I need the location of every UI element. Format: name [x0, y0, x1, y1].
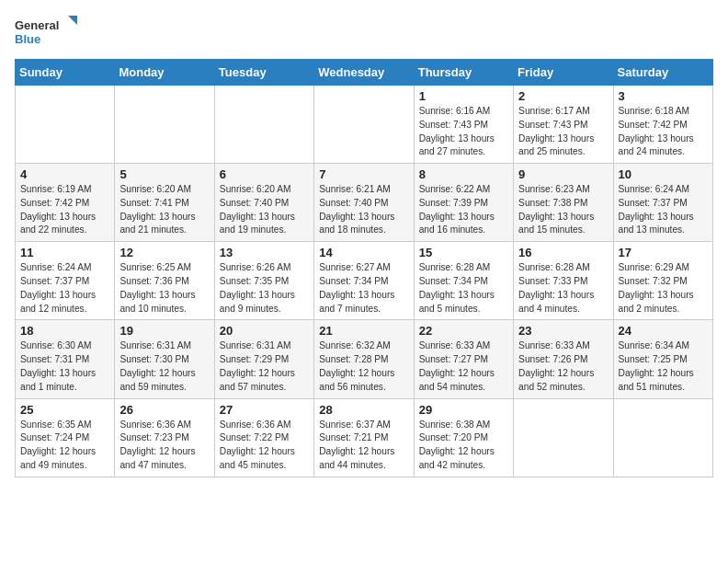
day-number: 29	[419, 403, 508, 417]
calendar-cell: 12Sunrise: 6:25 AM Sunset: 7:36 PM Dayli…	[115, 242, 214, 320]
calendar-cell	[16, 86, 115, 164]
calendar-cell: 22Sunrise: 6:33 AM Sunset: 7:27 PM Dayli…	[414, 320, 513, 398]
calendar-cell: 21Sunrise: 6:32 AM Sunset: 7:28 PM Dayli…	[314, 320, 414, 398]
calendar-cell: 6Sunrise: 6:20 AM Sunset: 7:40 PM Daylig…	[214, 164, 313, 242]
calendar-cell	[115, 86, 214, 164]
calendar-body: 1Sunrise: 6:16 AM Sunset: 7:43 PM Daylig…	[16, 86, 713, 477]
calendar-cell: 9Sunrise: 6:23 AM Sunset: 7:38 PM Daylig…	[514, 164, 613, 242]
calendar-cell: 29Sunrise: 6:38 AM Sunset: 7:20 PM Dayli…	[414, 398, 513, 477]
calendar-week-row: 4Sunrise: 6:19 AM Sunset: 7:42 PM Daylig…	[16, 164, 713, 242]
day-info: Sunrise: 6:35 AM Sunset: 7:24 PM Dayligh…	[20, 419, 109, 473]
calendar-cell: 19Sunrise: 6:31 AM Sunset: 7:30 PM Dayli…	[115, 320, 214, 398]
calendar-cell: 23Sunrise: 6:33 AM Sunset: 7:26 PM Dayli…	[514, 320, 613, 398]
day-info: Sunrise: 6:33 AM Sunset: 7:27 PM Dayligh…	[419, 339, 508, 394]
calendar-week-row: 1Sunrise: 6:16 AM Sunset: 7:43 PM Daylig…	[16, 86, 713, 164]
day-number: 18	[20, 324, 109, 338]
day-number: 21	[319, 324, 408, 338]
day-number: 11	[20, 246, 109, 259]
calendar-table: SundayMondayTuesdayWednesdayThursdayFrid…	[15, 59, 713, 477]
day-info: Sunrise: 6:24 AM Sunset: 7:37 PM Dayligh…	[619, 183, 708, 237]
day-info: Sunrise: 6:31 AM Sunset: 7:29 PM Dayligh…	[220, 339, 309, 394]
day-number: 26	[119, 403, 209, 417]
day-number: 2	[518, 89, 608, 103]
day-info: Sunrise: 6:29 AM Sunset: 7:32 PM Dayligh…	[619, 261, 708, 316]
day-number: 4	[20, 167, 109, 181]
calendar-cell: 25Sunrise: 6:35 AM Sunset: 7:24 PM Dayli…	[16, 398, 115, 477]
day-number: 16	[518, 246, 608, 259]
day-number: 22	[419, 324, 508, 338]
svg-text:Blue: Blue	[15, 32, 40, 46]
calendar-cell: 8Sunrise: 6:22 AM Sunset: 7:39 PM Daylig…	[414, 164, 513, 242]
calendar-cell: 7Sunrise: 6:21 AM Sunset: 7:40 PM Daylig…	[314, 164, 414, 242]
day-info: Sunrise: 6:36 AM Sunset: 7:23 PM Dayligh…	[119, 419, 209, 473]
day-number: 19	[119, 324, 209, 338]
day-info: Sunrise: 6:20 AM Sunset: 7:40 PM Dayligh…	[220, 183, 309, 237]
day-info: Sunrise: 6:28 AM Sunset: 7:33 PM Dayligh…	[518, 261, 608, 316]
day-of-week-header: Tuesday	[214, 60, 313, 86]
day-info: Sunrise: 6:32 AM Sunset: 7:28 PM Dayligh…	[319, 339, 408, 394]
calendar-week-row: 11Sunrise: 6:24 AM Sunset: 7:37 PM Dayli…	[16, 242, 713, 320]
calendar-cell: 3Sunrise: 6:18 AM Sunset: 7:42 PM Daylig…	[613, 86, 712, 164]
day-info: Sunrise: 6:25 AM Sunset: 7:36 PM Dayligh…	[119, 261, 209, 316]
calendar-header-row: SundayMondayTuesdayWednesdayThursdayFrid…	[16, 60, 713, 86]
day-number: 9	[518, 167, 608, 181]
calendar-cell: 1Sunrise: 6:16 AM Sunset: 7:43 PM Daylig…	[414, 86, 513, 164]
day-number: 7	[319, 167, 408, 181]
calendar-cell: 16Sunrise: 6:28 AM Sunset: 7:33 PM Dayli…	[514, 242, 613, 320]
calendar-cell: 17Sunrise: 6:29 AM Sunset: 7:32 PM Dayli…	[613, 242, 712, 320]
calendar-cell: 5Sunrise: 6:20 AM Sunset: 7:41 PM Daylig…	[115, 164, 214, 242]
day-info: Sunrise: 6:31 AM Sunset: 7:30 PM Dayligh…	[119, 339, 209, 394]
day-of-week-header: Friday	[514, 60, 613, 86]
calendar-cell: 15Sunrise: 6:28 AM Sunset: 7:34 PM Dayli…	[414, 242, 513, 320]
day-number: 28	[319, 403, 408, 417]
calendar-cell: 20Sunrise: 6:31 AM Sunset: 7:29 PM Dayli…	[214, 320, 313, 398]
day-info: Sunrise: 6:22 AM Sunset: 7:39 PM Dayligh…	[419, 183, 508, 237]
svg-marker-2	[68, 16, 77, 25]
day-info: Sunrise: 6:27 AM Sunset: 7:34 PM Dayligh…	[319, 261, 408, 316]
day-number: 3	[619, 89, 708, 103]
day-number: 17	[619, 246, 708, 259]
day-number: 23	[518, 324, 608, 338]
day-of-week-header: Sunday	[16, 60, 115, 86]
day-of-week-header: Wednesday	[314, 60, 414, 86]
day-info: Sunrise: 6:17 AM Sunset: 7:43 PM Dayligh…	[518, 105, 608, 159]
day-of-week-header: Monday	[115, 60, 214, 86]
calendar-cell: 26Sunrise: 6:36 AM Sunset: 7:23 PM Dayli…	[115, 398, 214, 477]
day-info: Sunrise: 6:16 AM Sunset: 7:43 PM Dayligh…	[419, 105, 508, 159]
day-of-week-header: Saturday	[613, 60, 712, 86]
day-info: Sunrise: 6:18 AM Sunset: 7:42 PM Dayligh…	[619, 105, 708, 159]
day-info: Sunrise: 6:23 AM Sunset: 7:38 PM Dayligh…	[518, 183, 608, 237]
calendar-cell	[514, 398, 613, 477]
calendar-cell: 13Sunrise: 6:26 AM Sunset: 7:35 PM Dayli…	[214, 242, 313, 320]
day-info: Sunrise: 6:30 AM Sunset: 7:31 PM Dayligh…	[20, 339, 109, 394]
day-of-week-header: Thursday	[414, 60, 513, 86]
day-number: 6	[220, 167, 309, 181]
day-info: Sunrise: 6:37 AM Sunset: 7:21 PM Dayligh…	[319, 419, 408, 473]
day-number: 15	[419, 246, 508, 259]
day-number: 5	[119, 167, 209, 181]
logo-svg: General Blue	[15, 15, 79, 50]
calendar-cell	[314, 86, 414, 164]
day-info: Sunrise: 6:36 AM Sunset: 7:22 PM Dayligh…	[220, 419, 309, 473]
calendar-cell: 4Sunrise: 6:19 AM Sunset: 7:42 PM Daylig…	[16, 164, 115, 242]
calendar-cell: 2Sunrise: 6:17 AM Sunset: 7:43 PM Daylig…	[514, 86, 613, 164]
day-info: Sunrise: 6:21 AM Sunset: 7:40 PM Dayligh…	[319, 183, 408, 237]
calendar-week-row: 18Sunrise: 6:30 AM Sunset: 7:31 PM Dayli…	[16, 320, 713, 398]
calendar-cell: 27Sunrise: 6:36 AM Sunset: 7:22 PM Dayli…	[214, 398, 313, 477]
day-number: 8	[419, 167, 508, 181]
day-number: 10	[619, 167, 708, 181]
calendar-cell: 14Sunrise: 6:27 AM Sunset: 7:34 PM Dayli…	[314, 242, 414, 320]
calendar-cell	[214, 86, 313, 164]
calendar-week-row: 25Sunrise: 6:35 AM Sunset: 7:24 PM Dayli…	[16, 398, 713, 477]
day-info: Sunrise: 6:33 AM Sunset: 7:26 PM Dayligh…	[518, 339, 608, 394]
day-info: Sunrise: 6:38 AM Sunset: 7:20 PM Dayligh…	[419, 419, 508, 473]
day-info: Sunrise: 6:19 AM Sunset: 7:42 PM Dayligh…	[20, 183, 109, 237]
day-number: 24	[619, 324, 708, 338]
day-number: 27	[220, 403, 309, 417]
calendar-cell: 11Sunrise: 6:24 AM Sunset: 7:37 PM Dayli…	[16, 242, 115, 320]
day-number: 1	[419, 89, 508, 103]
day-info: Sunrise: 6:24 AM Sunset: 7:37 PM Dayligh…	[20, 261, 109, 316]
day-number: 20	[220, 324, 309, 338]
calendar-cell: 24Sunrise: 6:34 AM Sunset: 7:25 PM Dayli…	[613, 320, 712, 398]
day-number: 12	[119, 246, 209, 259]
